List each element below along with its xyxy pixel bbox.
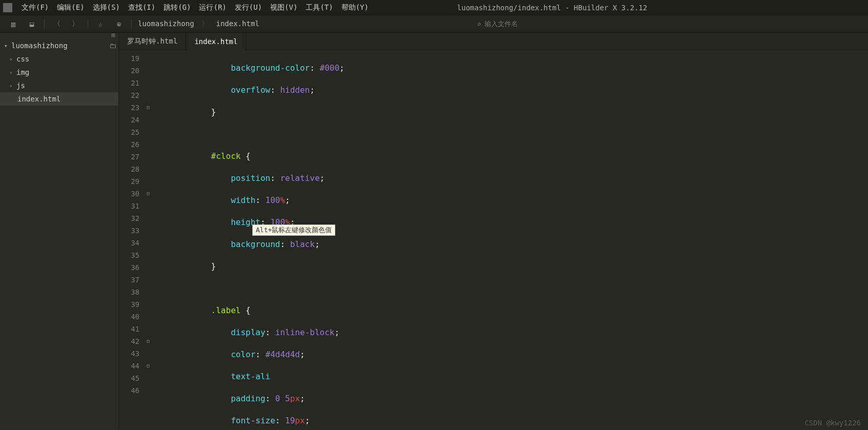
tree-label: css: [16, 55, 29, 63]
menu-select[interactable]: 选择(S): [89, 3, 124, 12]
project-explorer: ≡ ▾ luomashizhong 🗀 › css › img › js ind…: [0, 33, 119, 430]
chevron-right-icon: ›: [9, 83, 16, 89]
fold-toggle-icon[interactable]: ⊟: [145, 188, 152, 200]
chevron-right-icon: ›: [9, 69, 16, 76]
line-gutter: 19202122 23242526 27282930 31323334 3536…: [119, 50, 145, 430]
fold-column: ⊟ ⊟ ⊟ ⊟: [145, 50, 152, 430]
tab-luomashizhong[interactable]: 罗马时钟.html: [119, 33, 186, 50]
menu-run[interactable]: 运行(R): [195, 3, 230, 12]
menu-find[interactable]: 查找(I): [124, 3, 159, 12]
terminal-icon[interactable]: ⬓: [27, 19, 37, 29]
tree-root[interactable]: ▾ luomashizhong 🗀: [0, 39, 118, 52]
search-icon: ⌕: [477, 20, 481, 28]
tree-file-index[interactable]: index.html: [0, 92, 118, 106]
folder-icon: 🗀: [109, 42, 118, 50]
color-tooltip: Alt+鼠标左键修改颜色值: [252, 224, 335, 236]
fold-toggle-icon[interactable]: ⊟: [145, 360, 152, 372]
tree-folder-js[interactable]: › js: [0, 79, 118, 92]
fold-toggle-icon[interactable]: ⊟: [145, 101, 152, 114]
nav-back-icon[interactable]: 〈: [52, 19, 62, 29]
editor-area: 罗马时钟.html index.html ◂ 19202122 23242526…: [119, 33, 868, 430]
breadcrumb-seg-1[interactable]: index.html: [216, 19, 259, 28]
chevron-right-icon: ›: [9, 56, 16, 63]
tree-label: js: [16, 81, 25, 90]
app-logo-icon: [3, 3, 12, 12]
editor-tabs: 罗马时钟.html index.html: [119, 33, 868, 50]
breadcrumb-seg-0[interactable]: luomashizhong: [138, 19, 194, 28]
window-title: luomashizhong/index.html - HBuilder X 3.…: [373, 4, 732, 12]
menu-tools[interactable]: 工具(T): [301, 3, 337, 12]
menu-goto[interactable]: 跳转(G): [159, 3, 195, 12]
file-search[interactable]: ⌕: [477, 20, 577, 28]
run-icon[interactable]: ⊙: [114, 19, 124, 29]
menu-view[interactable]: 视图(V): [266, 3, 301, 12]
nav-forward-icon[interactable]: 〉: [70, 19, 80, 29]
tree-folder-img[interactable]: › img: [0, 66, 118, 79]
watermark: CSDN @kwy1226: [804, 419, 861, 427]
favorite-icon[interactable]: ☆: [95, 19, 106, 29]
menu-bar: 文件(F) 编辑(E) 选择(S) 查找(I) 跳转(G) 运行(R) 发行(U…: [0, 0, 868, 15]
tree-label: index.html: [17, 95, 60, 103]
fold-toggle-icon[interactable]: ⊟: [145, 335, 152, 347]
tree-label: luomashizhong: [11, 42, 68, 50]
sidebar-handle-icon[interactable]: ≡: [0, 33, 118, 37]
menu-publish[interactable]: 发行(U): [231, 3, 266, 12]
breadcrumb: luomashizhong 〉 index.html: [138, 19, 259, 29]
chevron-down-icon: ▾: [4, 43, 11, 49]
tree-folder-css[interactable]: › css: [0, 52, 118, 66]
toolbar: ▥ ⬓ 〈 〉 ☆ ⊙ luomashizhong 〉 index.html ⌕: [0, 15, 868, 33]
code-viewport[interactable]: background-color: #000; overflow: hidden…: [152, 50, 868, 430]
sidebar-toggle-icon[interactable]: ▥: [8, 19, 18, 29]
menu-edit[interactable]: 编辑(E): [53, 3, 88, 12]
tree-label: img: [16, 68, 29, 76]
file-search-input[interactable]: [485, 20, 577, 28]
menu-help[interactable]: 帮助(Y): [337, 3, 373, 12]
menu-file[interactable]: 文件(F): [17, 3, 53, 12]
tab-index[interactable]: index.html: [186, 33, 246, 50]
